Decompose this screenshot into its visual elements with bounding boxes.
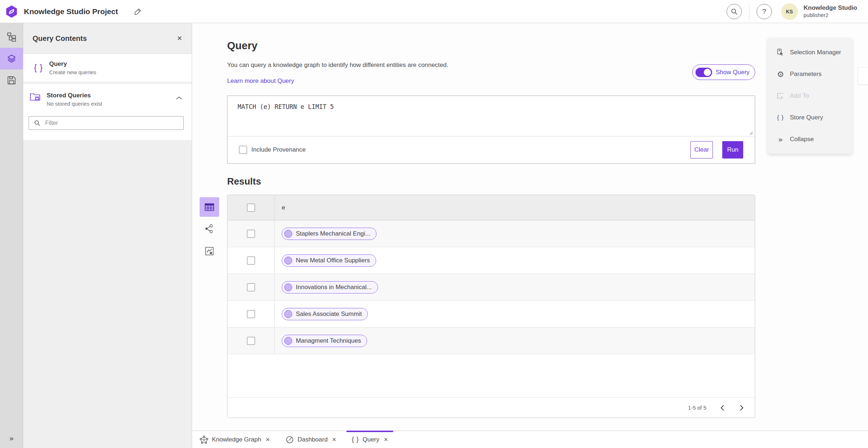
tab-close-icon[interactable]: ✕ <box>265 436 270 443</box>
braces-icon: { } <box>34 63 49 73</box>
next-page-button[interactable] <box>735 401 748 414</box>
edit-title-button[interactable] <box>134 8 142 16</box>
tab-query[interactable]: { } Query ✕ <box>346 431 393 448</box>
entity-node-icon <box>284 310 292 318</box>
previous-page-button[interactable] <box>716 401 729 414</box>
knowledge-graph-icon <box>200 435 208 444</box>
query-heading: Query <box>227 40 258 52</box>
tab-close-icon[interactable]: ✕ <box>332 436 337 443</box>
sidebar-item-layers[interactable] <box>0 48 23 69</box>
menu-item-selection-manager[interactable]: Selection Manager <box>768 42 852 63</box>
query-tools-menu: Selection Manager ⚙ Parameters Add To <box>768 38 852 154</box>
sidebar-expand-button[interactable]: » <box>0 434 23 443</box>
table-view-button[interactable] <box>200 197 219 217</box>
close-icon: ✕ <box>177 35 182 42</box>
entity-chip[interactable]: Sales Associate Summit <box>282 308 368 320</box>
filter-input[interactable] <box>45 120 183 126</box>
user-avatar[interactable]: KS <box>781 3 798 20</box>
menu-item-store-query[interactable]: { } Store Query <box>768 107 852 128</box>
sidebar-item-data-model[interactable] <box>0 26 23 48</box>
entity-chip[interactable]: Managment Techniques <box>282 335 367 347</box>
save-icon <box>7 76 16 85</box>
menu-item-collapse[interactable]: » Collapse <box>768 128 852 150</box>
entity-label: Staplers Mechanical Engi... <box>296 230 370 237</box>
user-org-name: Knowledge Studio <box>804 4 857 12</box>
table-row: Staplers Mechanical Engi... <box>227 220 755 247</box>
query-description: You can query a knowledge graph to ident… <box>227 62 448 69</box>
dashboard-icon <box>285 435 294 444</box>
collapsed-panel-handle[interactable] <box>858 67 868 85</box>
include-provenance-checkbox[interactable] <box>239 146 247 154</box>
table-row: Innovations in Mechanical... <box>227 274 755 301</box>
help-button[interactable]: ? <box>757 4 772 19</box>
stored-queries-subtitle: No stored queries exist <box>47 101 102 107</box>
user-info[interactable]: Knowledge Studio publisher2 <box>804 4 857 18</box>
stored-queries-title: Stored Queries <box>47 92 102 99</box>
stored-queries-header[interactable]: Stored Queries No stored queries exist <box>23 92 192 107</box>
search-button[interactable] <box>727 4 742 19</box>
collapse-group-button[interactable] <box>176 92 182 101</box>
menu-item-add-to: Add To <box>768 85 852 107</box>
toggle-knob <box>704 69 711 76</box>
column-header-e: e <box>282 204 285 211</box>
tab-knowledge-graph[interactable]: Knowledge Graph ✕ <box>195 431 275 448</box>
chevron-right-icon <box>740 405 744 411</box>
panel-item-query[interactable]: { } Query Create new queries <box>23 54 192 82</box>
entity-node-icon <box>284 257 292 265</box>
table-icon <box>204 202 214 212</box>
entity-label: Sales Associate Summit <box>296 310 362 318</box>
tab-label: Query <box>362 436 379 443</box>
entity-chip[interactable]: Innovations in Mechanical... <box>282 281 378 293</box>
data-model-icon <box>7 32 16 42</box>
run-button[interactable]: Run <box>722 141 743 159</box>
filter-search-icon <box>34 119 41 127</box>
select-all-checkbox[interactable] <box>247 204 255 212</box>
entity-label: Managment Techniques <box>296 337 361 345</box>
entity-chip[interactable]: New Metal Office Suppliers <box>282 254 376 267</box>
panel-item-title: Query <box>49 60 96 68</box>
pencil-icon <box>134 8 142 16</box>
panel-item-subtitle: Create new queries <box>49 69 96 75</box>
clear-button[interactable]: Clear <box>690 141 713 159</box>
braces-icon: { } <box>776 114 785 121</box>
sidebar-item-save[interactable] <box>0 69 23 91</box>
entity-chip[interactable]: Staplers Mechanical Engi... <box>282 228 376 240</box>
entity-node-icon <box>284 337 292 345</box>
show-query-toggle[interactable]: Show Query <box>692 64 755 80</box>
row-checkbox[interactable] <box>247 283 255 291</box>
app-sidebar: » <box>0 23 23 448</box>
entity-label: New Metal Office Suppliers <box>296 257 370 264</box>
chart-view-button[interactable] <box>203 245 216 257</box>
table-header-row: e <box>227 195 755 220</box>
menu-item-parameters[interactable]: ⚙ Parameters <box>768 63 852 85</box>
row-checkbox-cell <box>227 220 275 247</box>
double-chevron-right-icon: » <box>9 434 14 443</box>
learn-more-link[interactable]: Learn more about Query <box>227 77 294 85</box>
project-title: Knowledge Studio Project <box>24 7 118 16</box>
table-row: Sales Associate Summit <box>227 301 755 327</box>
tab-dashboard[interactable]: Dashboard ✕ <box>280 431 342 448</box>
row-entity-cell: Staplers Mechanical Engi... <box>275 220 755 247</box>
results-heading: Results <box>227 176 261 187</box>
query-editor-box: MATCH (e) RETURN e LIMIT 5 Include Prove… <box>227 96 755 164</box>
toggle-switch-on[interactable] <box>695 68 712 77</box>
entity-node-icon <box>284 283 292 291</box>
query-text-input[interactable]: MATCH (e) RETURN e LIMIT 5 <box>227 96 755 136</box>
row-entity-cell: New Metal Office Suppliers <box>275 247 755 274</box>
top-bar: Knowledge Studio Project ? KS Kno <box>0 0 868 23</box>
filter-field <box>29 116 184 130</box>
row-checkbox-cell <box>227 301 275 327</box>
row-checkbox[interactable] <box>247 257 255 265</box>
knowledge-studio-app: Knowledge Studio Project ? KS Kno <box>0 0 868 448</box>
row-checkbox-cell <box>227 274 275 300</box>
table-row: Managment Techniques <box>227 327 755 354</box>
row-checkbox[interactable] <box>247 337 255 345</box>
panel-close-button[interactable]: ✕ <box>177 34 182 42</box>
link-chart-view-button[interactable] <box>203 223 216 235</box>
pagination-range: 1-5 of 5 <box>688 405 706 411</box>
row-checkbox[interactable] <box>247 310 255 318</box>
tab-close-icon[interactable]: ✕ <box>384 436 388 443</box>
row-entity-cell: Managment Techniques <box>275 327 755 354</box>
resize-grip-icon[interactable] <box>749 131 753 135</box>
row-checkbox[interactable] <box>247 230 255 238</box>
